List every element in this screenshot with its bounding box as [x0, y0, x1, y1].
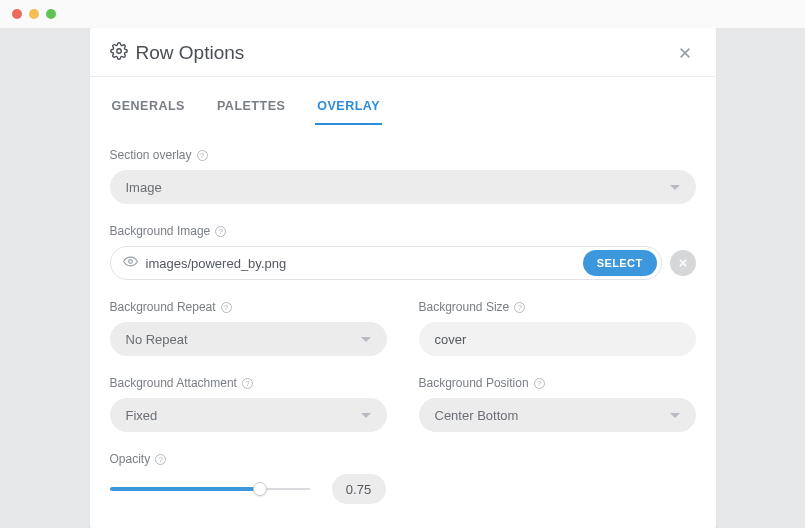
select-background-position[interactable]: Center Bottom — [419, 398, 696, 432]
select-section-overlay-value: Image — [126, 180, 162, 195]
svg-point-0 — [116, 49, 121, 54]
field-background-position: Background Position ? Center Bottom — [419, 376, 696, 432]
caret-down-icon — [361, 413, 371, 418]
select-background-repeat[interactable]: No Repeat — [110, 322, 387, 356]
input-background-size[interactable]: cover — [419, 322, 696, 356]
modal-header: Row Options — [90, 28, 716, 77]
label-background-size: Background Size — [419, 300, 510, 314]
tab-overlay[interactable]: OVERLAY — [315, 91, 382, 125]
select-image-button[interactable]: SELECT — [583, 250, 657, 276]
help-icon[interactable]: ? — [534, 378, 545, 389]
svg-point-1 — [128, 259, 132, 263]
select-background-attachment-value: Fixed — [126, 408, 158, 423]
clear-image-button[interactable] — [670, 250, 696, 276]
field-background-attachment: Background Attachment ? Fixed — [110, 376, 387, 432]
field-opacity: Opacity ? 0.75 — [110, 452, 696, 504]
gear-icon — [110, 42, 128, 64]
label-section-overlay: Section overlay — [110, 148, 192, 162]
opacity-slider[interactable] — [110, 481, 310, 497]
help-icon[interactable]: ? — [514, 302, 525, 313]
window-chrome — [0, 0, 805, 28]
select-section-overlay[interactable]: Image — [110, 170, 696, 204]
field-section-overlay: Section overlay ? Image — [110, 148, 696, 204]
modal-title: Row Options — [136, 42, 245, 64]
label-opacity: Opacity — [110, 452, 151, 466]
background-image-path: images/powered_by.png — [146, 256, 575, 271]
opacity-value[interactable]: 0.75 — [332, 474, 386, 504]
help-icon[interactable]: ? — [215, 226, 226, 237]
caret-down-icon — [361, 337, 371, 342]
tab-palettes[interactable]: PALETTES — [215, 91, 287, 125]
help-icon[interactable]: ? — [242, 378, 253, 389]
caret-down-icon — [670, 185, 680, 190]
caret-down-icon — [670, 413, 680, 418]
row-options-modal: Row Options GENERALS PALETTES OVERLAY Se… — [90, 28, 716, 528]
form-body: Section overlay ? Image Background Image… — [90, 126, 716, 504]
tabs: GENERALS PALETTES OVERLAY — [90, 91, 716, 126]
field-background-image: Background Image ? images/powered_by.png… — [110, 224, 696, 280]
field-background-size: Background Size ? cover — [419, 300, 696, 356]
background-size-value: cover — [435, 332, 467, 347]
slider-fill — [110, 487, 260, 491]
help-icon[interactable]: ? — [221, 302, 232, 313]
window-zoom[interactable] — [46, 9, 56, 19]
eye-icon — [123, 254, 138, 273]
select-background-attachment[interactable]: Fixed — [110, 398, 387, 432]
window-close[interactable] — [12, 9, 22, 19]
label-background-position: Background Position — [419, 376, 529, 390]
input-background-image[interactable]: images/powered_by.png SELECT — [110, 246, 662, 280]
window-minimize[interactable] — [29, 9, 39, 19]
select-background-repeat-value: No Repeat — [126, 332, 188, 347]
label-background-attachment: Background Attachment — [110, 376, 237, 390]
help-icon[interactable]: ? — [155, 454, 166, 465]
select-background-position-value: Center Bottom — [435, 408, 519, 423]
close-button[interactable] — [674, 42, 696, 64]
field-background-repeat: Background Repeat ? No Repeat — [110, 300, 387, 356]
tab-generals[interactable]: GENERALS — [110, 91, 187, 125]
label-background-repeat: Background Repeat — [110, 300, 216, 314]
label-background-image: Background Image — [110, 224, 211, 238]
help-icon[interactable]: ? — [197, 150, 208, 161]
slider-thumb[interactable] — [253, 482, 267, 496]
